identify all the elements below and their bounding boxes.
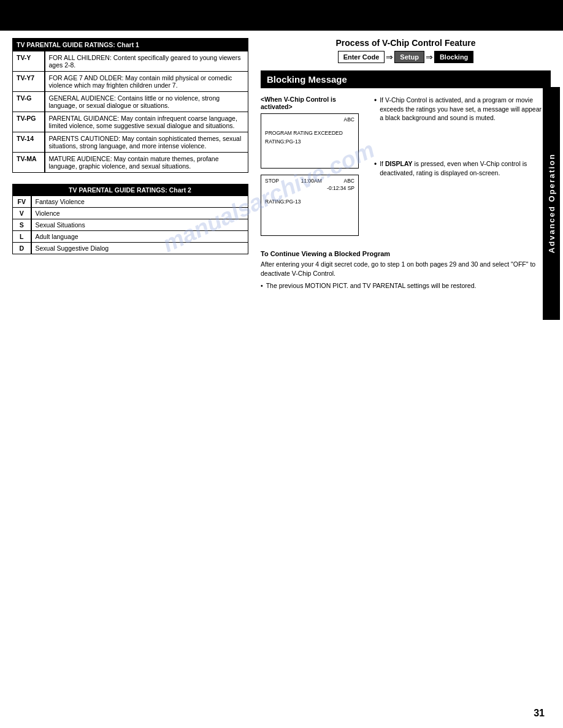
- chart2-desc: Violence: [31, 208, 248, 219]
- step-setup: Setup: [394, 51, 424, 63]
- chart2-code: L: [13, 231, 31, 243]
- sub-bullet: • The previous MOTION PICT. and TV PAREN…: [261, 281, 551, 290]
- step-enter-code: Enter Code: [338, 51, 385, 63]
- vchip-process-title: Process of V-Chip Control Feature: [261, 38, 551, 48]
- chart2-row: L Adult language: [13, 231, 248, 243]
- chart1-row: TV-MA MATURE AUDIENCE: May contain matur…: [13, 153, 248, 173]
- chart1-code: TV-Y: [13, 51, 45, 72]
- chart2-code: D: [13, 243, 31, 254]
- chart1-row: TV-PG PARENTAL GUIDANCE: May contain inf…: [13, 112, 248, 132]
- chart2-row: FV Fantasy Violence: [13, 196, 248, 208]
- chart1-desc: FOR ALL CHILDREN: Content specifically g…: [45, 51, 248, 72]
- chart1-code: TV-G: [13, 92, 45, 112]
- arrow1: ⇒: [386, 52, 393, 62]
- screen2-sp: SP: [348, 185, 354, 191]
- blocking-left: <When V-Chip Control is activated> ABC P…: [261, 96, 365, 241]
- screen2-countdown-row: -0:12:34 SP: [265, 185, 354, 191]
- chart1-table: TV PARENTAL GUIDE RATINGS: Chart 1 TV-Y …: [12, 38, 248, 173]
- continue-text: After entering your 4 digit secret code,…: [261, 260, 551, 290]
- blocking-content: <When V-Chip Control is activated> ABC P…: [261, 96, 551, 241]
- bullet1: • If V-Chip Control is activated, and a …: [374, 96, 551, 123]
- chart1-code: TV-14: [13, 132, 45, 153]
- chart2-desc: Fantasy Violence: [31, 196, 248, 208]
- chart1-row: TV-14 PARENTS CAUTIONED: May contain sop…: [13, 132, 248, 153]
- bullet1-dot: •: [374, 96, 377, 123]
- chart2-desc: Sexual Suggestive Dialog: [31, 243, 248, 254]
- chart1-code: TV-Y7: [13, 72, 45, 92]
- chart1-row: TV-Y7 FOR AGE 7 AND OLDER: May contain m…: [13, 72, 248, 92]
- sidebar-text: Advanced Operation: [547, 153, 556, 253]
- sub-bullet-dot: •: [261, 281, 263, 290]
- chart2-code: V: [13, 208, 31, 219]
- arrow2: ⇒: [426, 52, 433, 62]
- chart1-desc: PARENTS CAUTIONED: May contain sophistic…: [45, 132, 248, 153]
- chart2-row: D Sexual Suggestive Dialog: [13, 243, 248, 254]
- when-label: <When V-Chip Control is activated>: [261, 96, 365, 110]
- chart2-desc: Sexual Situations: [31, 219, 248, 231]
- step-blocking: Blocking: [434, 51, 473, 63]
- screen1-program-rating: PROGRAM RATING EXCEEDED: [265, 130, 354, 136]
- bullet2-dot: •: [374, 159, 377, 177]
- chart1-row: TV-Y FOR ALL CHILDREN: Content specifica…: [13, 51, 248, 72]
- screen1-rating: RATING:PG-13: [265, 138, 354, 145]
- chart2-row: S Sexual Situations: [13, 219, 248, 231]
- tv-screen2: STOP 11:00AM ABC -0:12:34 SP RATING:PG-1…: [261, 175, 359, 236]
- chart1-row: TV-G GENERAL AUDIENCE: Contains little o…: [13, 92, 248, 112]
- screen2-rating: RATING:PG-13: [265, 199, 354, 205]
- bullet2: • If DISPLAY is pressed, even when V-Chi…: [374, 159, 551, 177]
- screen2-abc: ABC: [344, 178, 354, 184]
- chart1-desc: FOR AGE 7 AND OLDER: May contain mild ph…: [45, 72, 248, 92]
- vchip-steps: Enter Code ⇒ Setup ⇒ Blocking: [261, 51, 551, 63]
- page-number: 31: [534, 708, 545, 719]
- blocking-right: • If V-Chip Control is activated, and a …: [374, 96, 551, 241]
- screen2-stop: STOP: [265, 178, 279, 184]
- top-bar: [0, 0, 563, 31]
- chart2-desc: Adult language: [31, 231, 248, 243]
- chart2-row: V Violence: [13, 208, 248, 219]
- tv-screen1: ABC PROGRAM RATING EXCEEDED RATING:PG-13: [261, 113, 359, 169]
- chart2-header: TV PARENTAL GUIDE RATINGS: Chart 2: [13, 184, 248, 196]
- screen2-top-row: STOP 11:00AM ABC: [265, 178, 354, 184]
- bullet2-text: If DISPLAY is pressed, even when V-Chip …: [380, 159, 551, 177]
- vchip-process: Process of V-Chip Control Feature Enter …: [261, 38, 551, 63]
- chart1-code: TV-PG: [13, 112, 45, 132]
- continue-main-text: After entering your 4 digit secret code,…: [261, 260, 535, 277]
- screen2-time: 11:00AM: [301, 178, 322, 184]
- chart1-header: TV PARENTAL GUIDE RATINGS: Chart 1: [13, 39, 248, 51]
- screen2-countdown: -0:12:34: [327, 185, 346, 191]
- chart1-desc: GENERAL AUDIENCE: Contains little or no …: [45, 92, 248, 112]
- chart1-code: TV-MA: [13, 153, 45, 173]
- chart2-code: S: [13, 219, 31, 231]
- chart1-desc: PARENTAL GUIDANCE: May contain infrequen…: [45, 112, 248, 132]
- continue-title: To Continue Viewing a Blocked Program: [261, 250, 551, 257]
- right-column: Process of V-Chip Control Feature Enter …: [261, 38, 551, 290]
- page-content: TV PARENTAL GUIDE RATINGS: Chart 1 TV-Y …: [0, 31, 563, 303]
- blocking-header: Blocking Message: [261, 70, 551, 88]
- continue-viewing: To Continue Viewing a Blocked Program Af…: [261, 250, 551, 290]
- right-sidebar: Advanced Operation: [543, 87, 560, 320]
- left-column: TV PARENTAL GUIDE RATINGS: Chart 1 TV-Y …: [12, 38, 248, 290]
- bullet1-text: If V-Chip Control is activated, and a pr…: [380, 96, 551, 123]
- screen1-abc: ABC: [265, 116, 354, 123]
- chart2-table: TV PARENTAL GUIDE RATINGS: Chart 2 FV Fa…: [12, 184, 248, 254]
- sub-bullet-text: The previous MOTION PICT. and TV PARENTA…: [266, 281, 477, 290]
- chart2-code: FV: [13, 196, 31, 208]
- chart1-desc: MATURE AUDIENCE: May contain mature them…: [45, 153, 248, 173]
- chart2-container: TV PARENTAL GUIDE RATINGS: Chart 2 FV Fa…: [12, 184, 248, 254]
